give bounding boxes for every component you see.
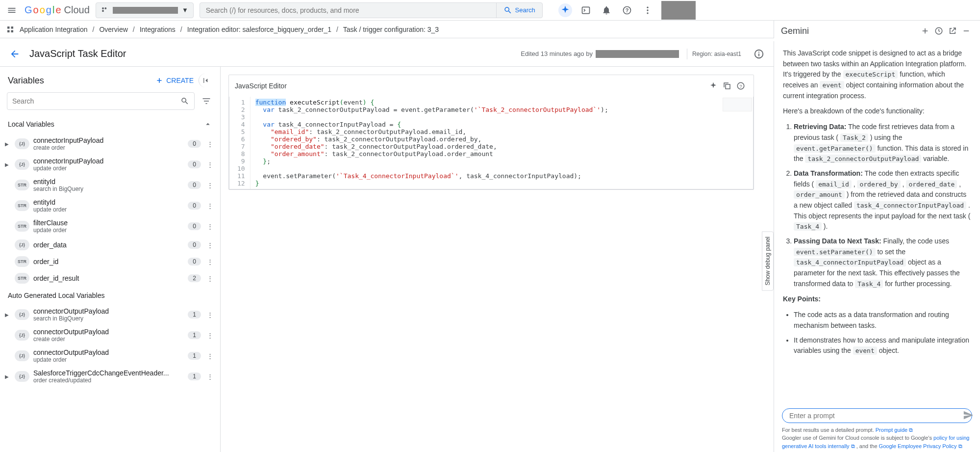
variable-search-input[interactable] xyxy=(12,97,180,105)
menu-icon[interactable] xyxy=(5,3,19,17)
breadcrumb-item[interactable]: Task / trigger configuration: 3_3 xyxy=(343,26,439,33)
chevron-up-icon xyxy=(203,120,212,129)
variable-name: entityId xyxy=(33,178,184,186)
variable-name: entityId xyxy=(33,198,184,206)
variable-subtitle: update order xyxy=(33,227,184,234)
usage-count: 0 xyxy=(188,160,201,168)
debug-panel-toggle[interactable]: Show debug panel xyxy=(762,231,774,291)
variable-item[interactable]: {J} order_data 0 ⋮ xyxy=(0,237,220,253)
help-icon[interactable]: ? xyxy=(620,3,634,17)
svg-point-2 xyxy=(102,10,104,12)
more-icon[interactable]: ⋮ xyxy=(205,202,215,210)
svg-rect-13 xyxy=(726,84,730,89)
code-editor[interactable]: 123456789101112 function executeScript(e… xyxy=(229,97,754,189)
breadcrumb-item[interactable]: Integrations xyxy=(140,26,176,33)
variable-item[interactable]: STR entityId update order 0 ⋮ xyxy=(0,195,220,216)
variable-item[interactable]: {J} connectorOutputPayload update order … xyxy=(0,346,220,366)
expand-icon[interactable]: ▶ xyxy=(3,162,11,167)
variable-name: connectorInputPayload xyxy=(33,157,184,165)
project-name-redacted xyxy=(113,7,178,14)
variable-item[interactable]: STR filterClause update order 0 ⋮ xyxy=(0,216,220,237)
expand-icon[interactable]: ▶ xyxy=(3,141,11,147)
send-icon[interactable] xyxy=(961,408,975,422)
breadcrumb-item[interactable]: Application Integration xyxy=(20,26,88,33)
open-external-icon[interactable] xyxy=(946,24,959,38)
variable-item[interactable]: {J} connectorOutputPayload create order … xyxy=(0,325,220,346)
usage-count: 0 xyxy=(188,181,201,189)
project-selector[interactable]: ▼ xyxy=(96,2,194,18)
more-icon[interactable]: ⋮ xyxy=(205,182,215,189)
edited-by: Edited 13 minutes ago by xyxy=(521,50,679,58)
variable-name: connectorInputPayload xyxy=(33,136,184,144)
variable-item[interactable]: STR entityId search in BigQuery 0 ⋮ xyxy=(0,175,220,195)
variable-name: order_data xyxy=(33,241,184,249)
auto-vars-header[interactable]: Auto Generated Local Variables xyxy=(0,287,220,304)
more-icon[interactable]: ⋮ xyxy=(205,275,215,282)
breadcrumb-item[interactable]: Overview xyxy=(99,26,127,33)
new-chat-icon[interactable] xyxy=(918,24,932,38)
search-button[interactable]: Search xyxy=(496,3,542,18)
more-icon[interactable]: ⋮ xyxy=(205,223,215,230)
type-chip: {J} xyxy=(15,239,29,250)
search-input[interactable] xyxy=(200,6,496,14)
collapse-panel-icon[interactable] xyxy=(199,74,212,87)
create-button[interactable]: CREATE xyxy=(155,77,194,84)
variable-name: connectorOutputPayload xyxy=(33,328,184,336)
prompt-input[interactable] xyxy=(789,412,965,420)
gemini-spark-icon[interactable] xyxy=(558,3,572,17)
gemini-response: This JavaScript code snippet is designed… xyxy=(774,41,980,403)
type-chip: STR xyxy=(15,273,29,284)
chevron-down-icon: ▼ xyxy=(182,6,188,14)
spark-icon[interactable] xyxy=(706,79,720,93)
variable-item[interactable]: STR order_id 0 ⋮ xyxy=(0,253,220,270)
notifications-icon[interactable] xyxy=(600,3,613,17)
more-icon[interactable]: ⋮ xyxy=(205,311,215,319)
variable-item[interactable]: STR order_id_result 2 ⋮ xyxy=(0,270,220,287)
avatar-redacted[interactable] xyxy=(661,1,696,20)
usage-count: 0 xyxy=(188,241,201,249)
svg-rect-12 xyxy=(758,53,759,56)
variable-item[interactable]: ▶ {J} connectorOutputPayload search in B… xyxy=(0,304,220,325)
minimap[interactable] xyxy=(723,98,752,111)
variable-name: order_id xyxy=(33,258,184,266)
history-icon[interactable] xyxy=(932,24,946,38)
expand-icon[interactable]: ▶ xyxy=(3,312,11,318)
minimize-icon[interactable] xyxy=(959,24,973,38)
filter-icon[interactable] xyxy=(200,94,213,108)
copy-icon[interactable] xyxy=(720,79,734,93)
prompt-guide-link[interactable]: Prompt guide ⧉ xyxy=(876,427,913,433)
type-chip: STR xyxy=(15,180,29,190)
info-icon[interactable] xyxy=(752,47,766,61)
more-icon[interactable]: ⋮ xyxy=(205,373,215,380)
more-icon[interactable]: ⋮ xyxy=(205,140,215,148)
more-icon[interactable]: ⋮ xyxy=(205,332,215,339)
variable-search xyxy=(7,92,195,110)
svg-point-11 xyxy=(758,52,759,53)
expand-icon[interactable]: ▶ xyxy=(3,374,11,379)
more-icon[interactable]: ⋮ xyxy=(205,161,215,168)
usage-count: 0 xyxy=(188,202,201,210)
more-icon[interactable] xyxy=(641,3,654,17)
privacy-link[interactable]: Google Employee Privacy Policy ⧉ xyxy=(879,443,962,449)
variable-subtitle: search in BigQuery xyxy=(33,186,184,192)
help-icon[interactable]: ? xyxy=(734,79,748,93)
more-icon[interactable]: ⋮ xyxy=(205,258,215,266)
breadcrumb-item[interactable]: Integration editor: salesforce_bigquery_… xyxy=(187,26,331,33)
variable-subtitle: update order xyxy=(33,356,184,363)
variable-item[interactable]: ▶ {J} connectorInputPayload create order… xyxy=(0,133,220,154)
local-vars-header[interactable]: Local Variables xyxy=(0,115,220,133)
cloud-shell-icon[interactable] xyxy=(579,3,593,17)
usage-count: 0 xyxy=(188,140,201,148)
region-label: Region: asia-east1 xyxy=(687,49,746,59)
more-icon[interactable]: ⋮ xyxy=(205,241,215,249)
variable-subtitle: create order xyxy=(33,144,184,151)
type-chip: {J} xyxy=(15,371,29,382)
type-chip: STR xyxy=(15,200,29,211)
local-vars-list: ▶ {J} connectorInputPayload create order… xyxy=(0,133,220,287)
variable-item[interactable]: ▶ {J} connectorInputPayload update order… xyxy=(0,154,220,175)
back-arrow-icon[interactable] xyxy=(8,47,22,61)
variable-name: connectorOutputPayload xyxy=(33,348,184,356)
google-cloud-logo[interactable]: Google Cloud xyxy=(25,4,90,16)
more-icon[interactable]: ⋮ xyxy=(205,352,215,360)
variable-item[interactable]: ▶ {J} SalesforceTriggerCdcChangeEventHea… xyxy=(0,366,220,387)
